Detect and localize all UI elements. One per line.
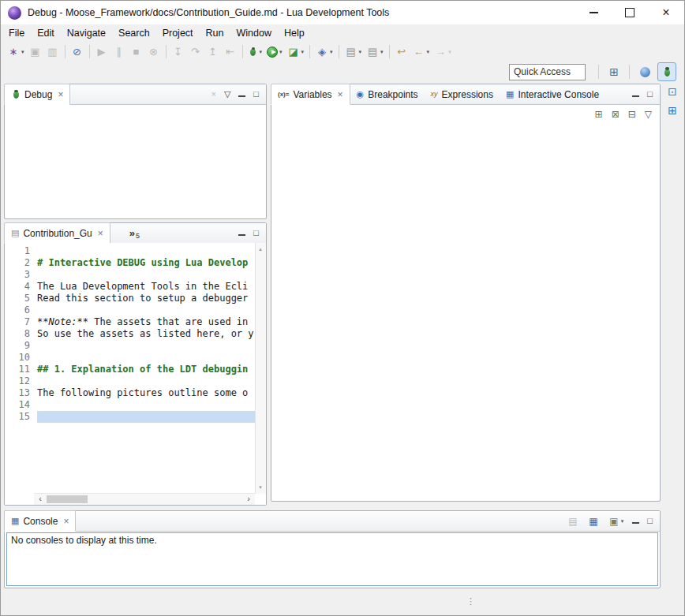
external-tools-icon[interactable]: ◈▾ xyxy=(314,43,335,61)
menu-file[interactable]: File xyxy=(2,25,31,41)
step-into-icon[interactable]: ↧ xyxy=(170,43,186,61)
open-console-icon[interactable]: ▣▾ xyxy=(608,513,624,530)
icon-glyph: ▶ xyxy=(95,46,108,58)
debug-icon[interactable]: ▾ xyxy=(247,43,264,61)
save-all-icon[interactable]: ▥ xyxy=(45,43,61,61)
remove-terminated-icon[interactable]: × xyxy=(211,90,215,99)
editor-horizontal-scrollbar[interactable]: ‹ › xyxy=(34,493,255,505)
view-menu-icon[interactable]: ▽ xyxy=(224,90,230,99)
quick-access-input[interactable]: Quick Access xyxy=(509,64,586,80)
line-number: 7 xyxy=(5,316,37,328)
line-text: So use the assets as listed here, or y xyxy=(37,328,255,340)
debug-perspective-button[interactable] xyxy=(657,62,676,81)
editor-lines: 12# Interactive DEBUG using Lua Develop3… xyxy=(5,245,255,423)
editor-vertical-scrollbar[interactable]: ▴ ▾ xyxy=(255,243,266,494)
line-segment: Read this section to setup a debugger xyxy=(37,293,248,304)
new-lua-file-icon[interactable]: ▤▾ xyxy=(365,43,385,61)
minimized-view-icon-2[interactable]: ⊞ xyxy=(668,105,677,116)
menu-run[interactable]: Run xyxy=(200,25,230,41)
tab-console[interactable]: ▦ Console × xyxy=(4,510,76,532)
editor-overflow-tab[interactable]: » 5 xyxy=(125,223,144,243)
maximize-button[interactable] xyxy=(612,1,648,24)
console-icon: ▦ xyxy=(11,517,19,525)
minimize-button[interactable] xyxy=(575,1,612,24)
editor-body[interactable]: 12# Interactive DEBUG using Lua Develop3… xyxy=(5,243,266,505)
coverage-icon[interactable]: ◪▾ xyxy=(286,43,306,61)
save-icon[interactable]: ▣ xyxy=(28,43,43,61)
minimize-icon xyxy=(590,12,598,13)
lua-perspective-button[interactable] xyxy=(636,63,653,80)
step-over-icon[interactable]: ↷ xyxy=(188,43,204,61)
show-logical-structures-icon[interactable]: ⊠ xyxy=(612,110,619,119)
scroll-left-icon[interactable]: ‹ xyxy=(36,494,45,504)
tab-expressions[interactable]: xyExpressions xyxy=(425,84,500,104)
chevron-right-icon: » xyxy=(129,227,135,239)
editor-line: 15 xyxy=(5,411,255,423)
last-edit-location-icon[interactable]: ↩ xyxy=(394,43,410,61)
tab-variables[interactable]: (x)=Variables× xyxy=(271,84,350,105)
pin-console-icon[interactable]: ▤ xyxy=(567,513,578,530)
view-menu-icon[interactable]: ▽ xyxy=(645,110,652,119)
hidden-editors-count: 5 xyxy=(136,232,140,240)
show-type-names-icon[interactable]: ⊞ xyxy=(595,110,603,119)
step-return-icon[interactable]: ↥ xyxy=(205,43,221,61)
scrollbar-thumb[interactable] xyxy=(47,495,88,503)
menu-edit[interactable]: Edit xyxy=(31,25,61,41)
menu-project[interactable]: Project xyxy=(156,25,200,41)
display-console-icon[interactable]: ▦ xyxy=(588,513,599,530)
editor-line: 10 xyxy=(5,352,255,364)
line-number: 11 xyxy=(5,364,37,375)
maximize-view-icon[interactable]: □ xyxy=(253,229,259,237)
run-icon[interactable]: ▾ xyxy=(265,43,284,61)
disconnect-icon[interactable]: ⊗ xyxy=(146,43,162,61)
main-toolbar: ∗▾▣▥⊘▶∥■⊗↧↷↥⇤▾▾◪▾◈▾▤▾▤▾↩←▾→▾ xyxy=(1,42,685,62)
scroll-up-icon[interactable]: ▴ xyxy=(256,245,265,254)
skip-breakpoints-icon[interactable]: ⊘ xyxy=(69,43,85,61)
suspend-icon[interactable]: ∥ xyxy=(111,43,127,61)
resume-icon[interactable]: ▶ xyxy=(94,43,110,61)
scroll-right-icon[interactable]: › xyxy=(244,494,253,504)
maximize-view-icon[interactable]: □ xyxy=(647,517,653,525)
sash-handle-icon[interactable]: ⋮ xyxy=(466,596,475,607)
tab-interactive-console[interactable]: ▦Interactive Console xyxy=(500,84,605,104)
back-icon[interactable]: ←▾ xyxy=(411,43,432,61)
open-perspective-button[interactable]: ⊞ xyxy=(605,63,623,80)
icon-glyph: ↷ xyxy=(189,46,202,58)
terminate-icon[interactable]: ■ xyxy=(129,43,144,61)
collapse-all-icon[interactable]: ⊟ xyxy=(628,110,636,119)
menu-help[interactable]: Help xyxy=(278,25,311,41)
line-text: The following pictures outline some o xyxy=(37,387,255,399)
maximize-view-icon[interactable]: □ xyxy=(647,90,653,99)
minimize-view-icon[interactable] xyxy=(238,229,245,237)
toolbar-separator xyxy=(389,45,390,58)
forward-icon[interactable]: →▾ xyxy=(432,43,453,61)
variables-icon: (x)= xyxy=(278,91,289,98)
maximize-view-icon[interactable]: □ xyxy=(253,90,259,99)
line-text xyxy=(37,399,255,411)
close-tab-icon[interactable]: × xyxy=(63,516,69,527)
minimize-view-icon[interactable] xyxy=(238,90,245,99)
scroll-down-icon[interactable]: ▾ xyxy=(256,483,265,492)
new-lua-project-icon[interactable]: ▤▾ xyxy=(343,43,364,61)
minimize-view-icon[interactable] xyxy=(632,90,639,99)
new-wizard-icon[interactable]: ∗▾ xyxy=(6,43,26,61)
close-tab-icon[interactable]: × xyxy=(98,228,103,239)
menu-search[interactable]: Search xyxy=(112,25,156,41)
menu-window[interactable]: Window xyxy=(230,25,278,41)
toolbar-separator xyxy=(89,45,90,58)
minimized-view-icon-1[interactable]: ⊡ xyxy=(668,86,677,97)
right-strip: ⊡⊞ xyxy=(664,86,681,116)
tab-debug[interactable]: Debug × xyxy=(4,84,70,105)
drop-to-frame-icon[interactable]: ⇤ xyxy=(223,43,238,61)
menu-navigate[interactable]: Navigate xyxy=(61,25,112,41)
editor-line: 6 xyxy=(5,304,255,316)
perspective-bar: Quick Access ⊞ xyxy=(1,62,684,82)
close-tab-icon[interactable]: × xyxy=(58,89,63,100)
tab-breakpoints[interactable]: ◉Breakpoints xyxy=(350,84,425,104)
minimize-view-icon[interactable] xyxy=(632,517,639,525)
line-number: 1 xyxy=(5,245,37,257)
line-text: ## 1. Explanation of the LDT debuggin xyxy=(37,364,255,375)
tab-contribution-guide[interactable]: ▤ Contribution_Gu × xyxy=(4,222,110,244)
close-button[interactable]: × xyxy=(648,1,684,24)
close-tab-icon[interactable]: × xyxy=(338,89,343,100)
